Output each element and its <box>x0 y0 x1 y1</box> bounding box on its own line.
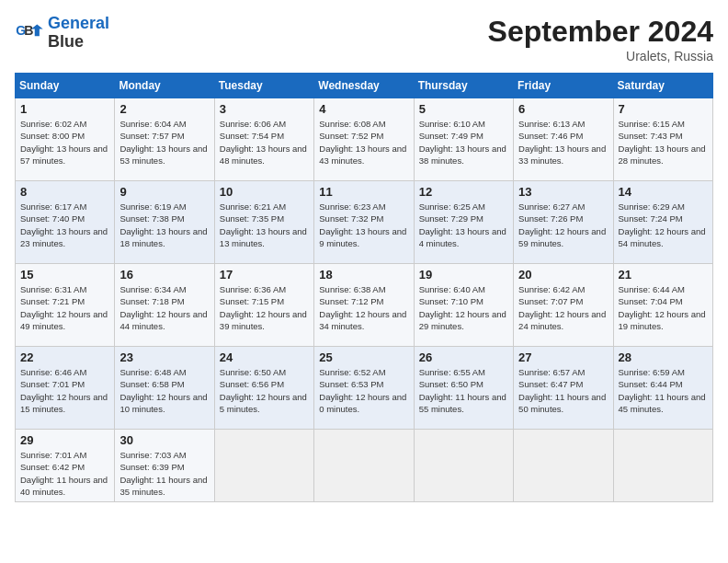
day-info: Sunrise: 6:27 AM Sunset: 7:26 PM Dayligh… <box>518 201 608 249</box>
day-number: 17 <box>220 268 309 282</box>
day-number: 28 <box>619 350 708 364</box>
day-cell: 29 Sunrise: 7:01 AM Sunset: 6:42 PM Dayl… <box>16 430 115 502</box>
day-number: 18 <box>319 268 408 282</box>
month-title: September 2024 <box>488 15 713 49</box>
col-sunday: Sunday <box>16 74 115 98</box>
day-number: 14 <box>619 185 708 199</box>
svg-text:B: B <box>24 23 33 38</box>
day-cell: 24 Sunrise: 6:50 AM Sunset: 6:56 PM Dayl… <box>214 347 313 430</box>
day-cell: 8 Sunrise: 6:17 AM Sunset: 7:40 PM Dayli… <box>16 181 115 264</box>
day-cell: 20 Sunrise: 6:42 AM Sunset: 7:07 PM Dayl… <box>514 264 613 347</box>
day-info: Sunrise: 6:04 AM Sunset: 7:57 PM Dayligh… <box>119 118 209 167</box>
location: Uralets, Russia <box>488 49 713 63</box>
day-cell: 5 Sunrise: 6:10 AM Sunset: 7:49 PM Dayli… <box>414 98 513 181</box>
calendar-header: Sunday Monday Tuesday Wednesday Thursday… <box>16 74 713 98</box>
day-cell: 2 Sunrise: 6:04 AM Sunset: 7:57 PM Dayli… <box>115 98 214 181</box>
day-cell: 12 Sunrise: 6:25 AM Sunset: 7:29 PM Dayl… <box>414 181 513 264</box>
empty-cell <box>514 430 613 502</box>
day-info: Sunrise: 6:31 AM Sunset: 7:21 PM Dayligh… <box>20 283 109 332</box>
day-info: Sunrise: 6:10 AM Sunset: 7:49 PM Dayligh… <box>419 118 508 167</box>
calendar-row: 29 Sunrise: 7:01 AM Sunset: 6:42 PM Dayl… <box>16 430 713 502</box>
day-cell: 19 Sunrise: 6:40 AM Sunset: 7:10 PM Dayl… <box>414 264 513 347</box>
day-number: 4 <box>319 102 408 116</box>
day-cell: 14 Sunrise: 6:29 AM Sunset: 7:24 PM Dayl… <box>613 181 712 264</box>
col-tuesday: Tuesday <box>214 74 313 98</box>
day-info: Sunrise: 6:34 AM Sunset: 7:18 PM Dayligh… <box>119 283 209 332</box>
title-block: September 2024 Uralets, Russia <box>488 15 713 63</box>
day-cell: 23 Sunrise: 6:48 AM Sunset: 6:58 PM Dayl… <box>115 347 214 430</box>
calendar-row: 22 Sunrise: 6:46 AM Sunset: 7:01 PM Dayl… <box>16 347 713 430</box>
day-number: 21 <box>619 268 708 282</box>
empty-cell <box>314 430 414 502</box>
day-info: Sunrise: 6:29 AM Sunset: 7:24 PM Dayligh… <box>619 201 708 249</box>
empty-cell <box>613 430 712 502</box>
day-number: 10 <box>220 185 309 199</box>
day-info: Sunrise: 7:03 AM Sunset: 6:39 PM Dayligh… <box>119 449 209 498</box>
logo-line1: General <box>48 14 109 32</box>
day-cell: 4 Sunrise: 6:08 AM Sunset: 7:52 PM Dayli… <box>314 98 414 181</box>
day-number: 9 <box>119 185 209 199</box>
day-info: Sunrise: 6:44 AM Sunset: 7:04 PM Dayligh… <box>619 283 708 332</box>
col-wednesday: Wednesday <box>314 74 414 98</box>
logo-text: General Blue <box>48 15 109 52</box>
day-cell: 21 Sunrise: 6:44 AM Sunset: 7:04 PM Dayl… <box>613 264 712 347</box>
day-info: Sunrise: 7:01 AM Sunset: 6:42 PM Dayligh… <box>20 449 109 498</box>
day-number: 16 <box>119 268 209 282</box>
day-info: Sunrise: 6:15 AM Sunset: 7:43 PM Dayligh… <box>619 118 708 167</box>
day-number: 29 <box>20 433 109 447</box>
day-cell: 26 Sunrise: 6:55 AM Sunset: 6:50 PM Dayl… <box>414 347 513 430</box>
day-cell: 7 Sunrise: 6:15 AM Sunset: 7:43 PM Dayli… <box>613 98 712 181</box>
day-number: 23 <box>119 350 209 364</box>
day-number: 20 <box>518 268 608 282</box>
logo-icon: G B <box>15 18 44 48</box>
col-thursday: Thursday <box>414 74 513 98</box>
col-saturday: Saturday <box>613 74 712 98</box>
day-cell: 13 Sunrise: 6:27 AM Sunset: 7:26 PM Dayl… <box>514 181 613 264</box>
header-row: Sunday Monday Tuesday Wednesday Thursday… <box>16 74 713 98</box>
day-cell: 30 Sunrise: 7:03 AM Sunset: 6:39 PM Dayl… <box>115 430 214 502</box>
logo: G B General Blue <box>15 15 109 52</box>
day-info: Sunrise: 6:21 AM Sunset: 7:35 PM Dayligh… <box>220 201 309 249</box>
calendar-table: Sunday Monday Tuesday Wednesday Thursday… <box>15 73 713 502</box>
calendar-row: 15 Sunrise: 6:31 AM Sunset: 7:21 PM Dayl… <box>16 264 713 347</box>
day-cell: 6 Sunrise: 6:13 AM Sunset: 7:46 PM Dayli… <box>514 98 613 181</box>
day-info: Sunrise: 6:48 AM Sunset: 6:58 PM Dayligh… <box>119 366 209 415</box>
day-number: 25 <box>319 350 408 364</box>
day-info: Sunrise: 6:40 AM Sunset: 7:10 PM Dayligh… <box>419 283 508 332</box>
col-friday: Friday <box>514 74 613 98</box>
day-info: Sunrise: 6:55 AM Sunset: 6:50 PM Dayligh… <box>419 366 508 415</box>
day-info: Sunrise: 6:59 AM Sunset: 6:44 PM Dayligh… <box>619 366 708 415</box>
day-number: 30 <box>119 433 209 447</box>
day-number: 11 <box>319 185 408 199</box>
day-cell: 25 Sunrise: 6:52 AM Sunset: 6:53 PM Dayl… <box>314 347 414 430</box>
empty-cell <box>214 430 313 502</box>
day-cell: 22 Sunrise: 6:46 AM Sunset: 7:01 PM Dayl… <box>16 347 115 430</box>
logo-line2: Blue <box>48 33 109 52</box>
day-info: Sunrise: 6:52 AM Sunset: 6:53 PM Dayligh… <box>319 366 408 415</box>
day-info: Sunrise: 6:19 AM Sunset: 7:38 PM Dayligh… <box>119 201 209 249</box>
day-info: Sunrise: 6:38 AM Sunset: 7:12 PM Dayligh… <box>319 283 408 332</box>
day-number: 7 <box>619 102 708 116</box>
day-number: 24 <box>220 350 309 364</box>
day-number: 1 <box>20 102 109 116</box>
day-number: 26 <box>419 350 508 364</box>
day-info: Sunrise: 6:23 AM Sunset: 7:32 PM Dayligh… <box>319 201 408 249</box>
day-number: 8 <box>20 185 109 199</box>
day-cell: 16 Sunrise: 6:34 AM Sunset: 7:18 PM Dayl… <box>115 264 214 347</box>
page-header: G B General Blue September 2024 Uralets,… <box>15 15 713 63</box>
day-info: Sunrise: 6:25 AM Sunset: 7:29 PM Dayligh… <box>419 201 508 249</box>
day-info: Sunrise: 6:17 AM Sunset: 7:40 PM Dayligh… <box>20 201 109 249</box>
day-number: 3 <box>220 102 309 116</box>
day-info: Sunrise: 6:36 AM Sunset: 7:15 PM Dayligh… <box>220 283 309 332</box>
day-info: Sunrise: 6:06 AM Sunset: 7:54 PM Dayligh… <box>220 118 309 167</box>
day-cell: 3 Sunrise: 6:06 AM Sunset: 7:54 PM Dayli… <box>214 98 313 181</box>
day-cell: 15 Sunrise: 6:31 AM Sunset: 7:21 PM Dayl… <box>16 264 115 347</box>
calendar-body: 1 Sunrise: 6:02 AM Sunset: 8:00 PM Dayli… <box>16 98 713 502</box>
day-info: Sunrise: 6:57 AM Sunset: 6:47 PM Dayligh… <box>518 366 608 415</box>
day-cell: 10 Sunrise: 6:21 AM Sunset: 7:35 PM Dayl… <box>214 181 313 264</box>
calendar-row: 8 Sunrise: 6:17 AM Sunset: 7:40 PM Dayli… <box>16 181 713 264</box>
col-monday: Monday <box>115 74 214 98</box>
day-info: Sunrise: 6:13 AM Sunset: 7:46 PM Dayligh… <box>518 118 608 167</box>
day-cell: 17 Sunrise: 6:36 AM Sunset: 7:15 PM Dayl… <box>214 264 313 347</box>
calendar-row: 1 Sunrise: 6:02 AM Sunset: 8:00 PM Dayli… <box>16 98 713 181</box>
